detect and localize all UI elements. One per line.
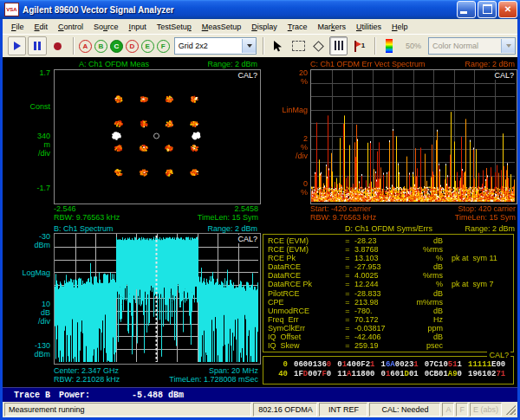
toolbar-separator: [263, 37, 264, 55]
status-reference: INT REF: [319, 403, 367, 417]
menu-item-input[interactable]: Input: [124, 21, 152, 33]
trace-button-b[interactable]: B: [94, 40, 107, 53]
y-axis-scale-unit: dB: [3, 308, 50, 317]
y-axis-scale-div: /div: [3, 317, 50, 326]
chevron-down-icon[interactable]: [501, 39, 515, 53]
minimize-icon[interactable]: [457, 1, 476, 18]
result-row-rce-evm-: RCE (EVM)=3.8768%rms: [263, 245, 513, 254]
menu-item-testsetup[interactable]: TestSetup: [152, 21, 197, 33]
status-message: Measurement running: [4, 403, 251, 417]
x-axis-left: -2.546: [54, 204, 76, 213]
trace-title: A: Ch1 OFDM Meas: [79, 60, 149, 68]
band-markers-icon[interactable]: [329, 36, 348, 55]
timelen-label: TimeLen: 15 Sym: [198, 213, 258, 222]
rbw-label: RBW: 9.76563 kHz: [54, 213, 120, 222]
menu-item-edit[interactable]: Edit: [29, 21, 54, 33]
result-row-unmodrce: UnmodRCE=-780.dB: [263, 307, 513, 315]
grid-layout-select[interactable]: Grid 2x2: [174, 37, 257, 55]
y-axis-format: Const: [3, 102, 50, 111]
rbw-label: RBW: 2.21028 kHz: [54, 375, 120, 384]
y-axis-scale-div: /div: [3, 149, 50, 158]
y-axis-bottom: -130: [3, 341, 50, 350]
y-axis-top: 1.7: [3, 68, 50, 77]
trace-button-a[interactable]: A: [79, 40, 92, 53]
client-area: FileEditControlSourceInputTestSetupMeasS…: [3, 19, 517, 417]
y-axis-top-unit: dBm: [3, 241, 50, 249]
menu-item-utilities[interactable]: Utilities: [351, 21, 387, 33]
result-row-datarce: DataRCE=-27.953dB: [263, 262, 513, 271]
zoom-select-icon[interactable]: [289, 36, 308, 55]
diamond-marker-icon[interactable]: [309, 36, 328, 55]
status-bar: Measurement running 802.16 OFDMA INT REF…: [3, 402, 517, 417]
chevron-down-icon[interactable]: [242, 39, 256, 53]
maximize-icon[interactable]: [478, 1, 497, 18]
result-row-pilotrce: PilotRCE=-28.833dB: [263, 289, 513, 298]
range-label: Range: 2 dBm: [465, 60, 515, 68]
menu-item-meassetup[interactable]: MeasSetup: [197, 21, 247, 33]
toolbar-separator: [73, 37, 75, 55]
result-row-datarce: DataRCE=4.0025%rms: [263, 271, 513, 280]
toolbar-separator: [374, 37, 376, 55]
trace-value: -5.488 dBm: [132, 391, 184, 400]
quadrant-c-err-vect-spectrum: C: Ch1 OFDM Err Vect Spectrum Range: 2 d…: [260, 57, 517, 222]
y-axis-top-unit: %: [260, 77, 308, 86]
trace-button-e[interactable]: E: [141, 40, 154, 53]
menu-item-help[interactable]: Help: [387, 21, 413, 33]
hex-row-0: 00600136001400F2116A0023107C1051111111E0…: [263, 360, 513, 370]
color-mode-select[interactable]: Color Normal: [428, 37, 516, 55]
quadrant-a-ofdm-meas: A: Ch1 OFDM Meas Range: 2 dBm 1.7 Const …: [3, 57, 260, 222]
menu-item-markers[interactable]: Markers: [312, 21, 351, 33]
result-row-symclkerr: SymClkErr=-0.03817ppm: [263, 324, 513, 333]
x-axis-right: 2.5458: [234, 204, 258, 213]
y-axis-bottom: 0: [260, 179, 308, 188]
menu-item-display[interactable]: Display: [246, 21, 283, 33]
status-demod-format: 802.16 OFDMA: [253, 403, 317, 417]
trace-button-c[interactable]: C: [110, 40, 123, 53]
colorbar-icon[interactable]: [380, 36, 399, 55]
menu-item-file[interactable]: File: [6, 21, 29, 33]
trace-button-d[interactable]: D: [126, 40, 139, 53]
close-icon[interactable]: ✕: [498, 1, 517, 18]
y-axis-bottom: -1.7: [3, 184, 50, 192]
timelen-label: TimeLen: 1.728008 mSec: [169, 375, 258, 384]
y-axis-scale-div: /div: [260, 152, 308, 160]
play-icon[interactable]: [8, 36, 26, 55]
trace-name: Trace B: [14, 391, 50, 400]
marker-flag-icon[interactable]: 1: [349, 36, 367, 55]
trace-readout-bar: Trace B Power: -5.488 dBm: [3, 387, 517, 403]
pointer-icon[interactable]: [269, 36, 287, 55]
title-bar[interactable]: VSA Agilent 89600 Vector Signal Analyzer…: [0, 0, 520, 19]
spectrum-canvas: [55, 234, 258, 362]
status-indicator-f[interactable]: F: [456, 403, 468, 417]
quadrant-b-spectrum: B: Ch1 Spectrum Range: 2 dBm -30 dBm Log…: [3, 222, 260, 387]
y-axis-scale: 10: [3, 300, 50, 308]
y-axis-top: 20: [260, 68, 308, 77]
menu-item-source[interactable]: Source: [88, 21, 124, 33]
timelen-label: TimeLen: 15 Sym: [455, 213, 516, 222]
menu-item-control[interactable]: Control: [53, 21, 88, 33]
cal-status: CAL?: [493, 71, 515, 80]
y-axis-format: LogMag: [3, 268, 50, 277]
rbw-label: RBW: 9.76563 kHz: [310, 213, 376, 222]
status-indicator-e-abs[interactable]: E (abs): [470, 403, 502, 417]
cal-status: CAL?: [487, 351, 510, 359]
pause-icon[interactable]: [28, 36, 46, 55]
trace-button-f[interactable]: F: [157, 40, 170, 53]
hex-row-40: 401FD007F011A1180001601D010CB01A90196102…: [263, 370, 513, 379]
x-axis-right: Stop: 420 carrier: [458, 204, 516, 213]
y-axis-scale-unit: m: [3, 140, 50, 149]
status-indicator-a[interactable]: A: [442, 403, 454, 417]
constellation-plot: CAL?: [54, 69, 261, 204]
symbol-hex-table: 00600136001400F2116A0023107C1051111111E0…: [263, 356, 514, 384]
y-axis-bottom-unit: %: [260, 188, 308, 197]
record-icon[interactable]: [49, 36, 67, 55]
app-window: VSA Agilent 89600 Vector Signal Analyzer…: [0, 0, 520, 420]
trace-title: C: Ch1 OFDM Err Vect Spectrum: [310, 60, 426, 68]
app-icon: VSA: [4, 3, 19, 16]
menu-item-trace[interactable]: Trace: [283, 21, 313, 33]
range-label: Range: 2 dBm: [207, 224, 257, 233]
color-mode-value: Color Normal: [429, 42, 501, 50]
y-axis-scale-unit: %: [260, 143, 308, 152]
x-axis-left: Center: 2.347 GHz: [54, 366, 119, 375]
resize-grip[interactable]: [505, 404, 516, 415]
